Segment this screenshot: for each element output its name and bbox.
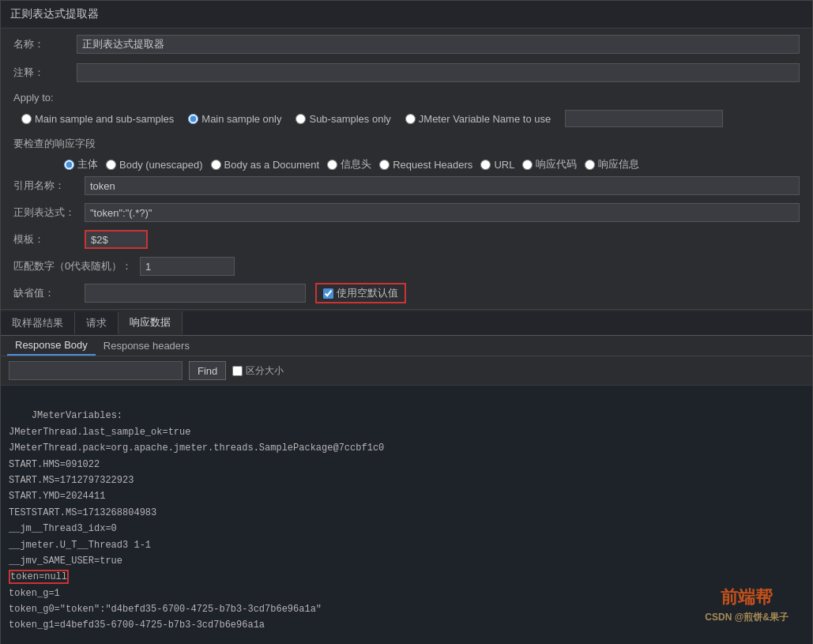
tab-response-body[interactable]: Response Body [7,336,96,356]
radio-req-headers[interactable]: Request Headers [379,159,472,171]
radio-url-input[interactable] [480,160,491,170]
radio-body-doc-label: Body as a Document [224,159,320,171]
tab-sampler-result[interactable]: 取样器结果 [1,312,75,334]
name-label: 名称： [13,37,77,51]
token-null-highlighted: token=null [9,570,69,584]
radio-main-sub-input[interactable] [21,114,32,124]
comment-row: 注释： [1,62,812,84]
tab-response-headers[interactable]: Response headers [96,337,198,355]
radio-body-unescaped-input[interactable] [106,160,116,170]
response-line-2: token_g=1 token_g0="token":"d4befd35-670… [9,588,322,631]
match-no-row: 匹配数字（0代表随机）： [1,255,812,277]
apply-to-radio-row: Main sample and sub-samples Main sample … [13,107,800,130]
ref-name-input[interactable] [85,176,800,195]
tab-response-data[interactable]: 响应数据 [119,311,183,335]
radio-response-msg[interactable]: 响应信息 [585,157,639,171]
match-no-label: 匹配数字（0代表随机）： [13,259,140,273]
radio-main-only-label: Main sample only [201,113,281,125]
case-sensitive-check[interactable]: 区分大小 [232,364,284,378]
radio-sub-only-label: Sub-samples only [309,113,390,125]
use-empty-label[interactable]: 使用空默认值 [315,283,406,303]
apply-to-label: Apply to: [13,92,800,104]
template-label: 模板： [13,232,85,247]
radio-main-only[interactable]: Main sample only [188,113,281,125]
radio-info-head[interactable]: 信息头 [327,157,371,171]
ref-name-label: 引用名称： [13,179,85,193]
comment-input[interactable] [77,63,800,82]
radio-jmeter-var[interactable]: JMeter Variable Name to use [405,113,551,125]
window-title: 正则表达式提取器 [10,7,99,20]
template-input[interactable] [85,230,148,249]
radio-url[interactable]: URL [480,159,514,171]
default-input[interactable] [85,284,306,303]
radio-main-only-input[interactable] [188,114,198,124]
radio-body-doc-input[interactable] [211,160,221,170]
radio-sub-only-input[interactable] [295,114,306,124]
radio-response-msg-label: 响应信息 [598,157,639,171]
radio-body-input[interactable] [64,160,74,170]
radio-req-headers-label: Request Headers [393,159,472,171]
radio-jmeter-var-input[interactable] [405,114,416,124]
radio-main-sub-label: Main sample and sub-samples [35,113,174,125]
radio-req-headers-input[interactable] [379,160,390,170]
case-sensitive-label: 区分大小 [246,364,284,378]
match-no-input[interactable] [140,257,235,276]
radio-response-code[interactable]: 响应代码 [522,157,577,171]
use-empty-checkbox-input[interactable] [323,288,333,299]
name-row: 名称： [1,28,812,57]
jmeter-var-name-input[interactable] [565,110,723,127]
regex-input[interactable] [85,203,800,222]
radio-response-msg-input[interactable] [585,160,595,170]
default-value-row: 缺省值： 使用空默认值 [1,282,812,304]
case-sensitive-checkbox[interactable] [232,366,243,376]
tab-request[interactable]: 请求 [75,312,119,334]
radio-url-label: URL [494,159,514,171]
response-line-1: JMeterVariables: JMeterThread.last_sampl… [9,410,384,567]
inner-tabs-bar: Response Body Response headers [1,336,812,356]
search-input[interactable] [9,361,183,380]
radio-info-head-input[interactable] [327,160,337,170]
title-bar: 正则表达式提取器 [1,1,812,28]
radio-response-code-input[interactable] [522,160,533,170]
regex-row: 正则表达式： [1,201,812,224]
response-fields-row: 主体 Body (unescaped) Body as a Document 信… [1,154,812,175]
response-field-label: 要检查的响应字段 [1,134,812,154]
use-empty-text: 使用空默认值 [337,286,398,300]
response-body-content: JMeterVariables: JMeterThread.last_sampl… [1,386,812,644]
radio-body[interactable]: 主体 [64,157,98,171]
radio-info-head-label: 信息头 [341,157,371,171]
radio-body-label: 主体 [77,157,98,171]
comment-label: 注释： [13,66,77,80]
apply-to-section: Apply to: Main sample and sub-samples Ma… [1,89,812,134]
search-bar: Find 区分大小 [1,356,812,386]
main-window: 正则表达式提取器 名称： 注释： Apply to: Main sample a… [0,0,813,644]
radio-sub-only[interactable]: Sub-samples only [295,113,390,125]
radio-body-unescaped-label: Body (unescaped) [119,159,203,171]
template-row: 模板： [1,228,812,250]
radio-main-sub[interactable]: Main sample and sub-samples [21,113,174,125]
radio-body-doc[interactable]: Body as a Document [211,159,320,171]
default-label: 缺省值： [13,286,85,300]
regex-label: 正则表达式： [13,205,85,220]
radio-body-unescaped[interactable]: Body (unescaped) [106,159,203,171]
radio-jmeter-var-label: JMeter Variable Name to use [419,113,551,125]
find-button[interactable]: Find [189,361,226,380]
name-input[interactable] [77,35,800,54]
result-tabs-bar: 取样器结果 请求 响应数据 [1,311,812,336]
radio-response-code-label: 响应代码 [536,157,577,171]
ref-name-row: 引用名称： [1,175,812,197]
